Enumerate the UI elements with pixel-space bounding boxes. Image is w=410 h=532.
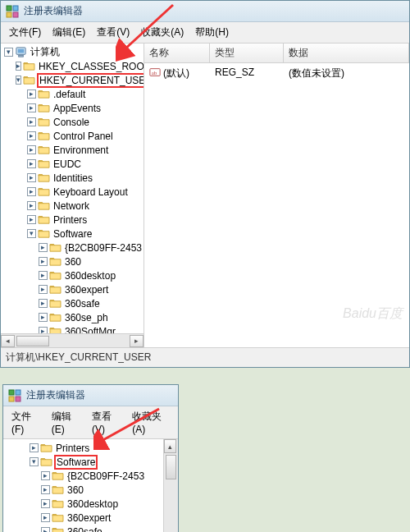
tree-hkcr[interactable]: HKEY_CLASSES_ROOT [37, 61, 144, 72]
tree-item[interactable]: ▸Console [2, 115, 144, 129]
tree-item-label: 360desktop [66, 498, 120, 510]
tree-item-label: 360desktop [63, 270, 117, 282]
tree-item[interactable]: ▸Identities [2, 171, 144, 185]
list-row[interactable]: (默认) REG_SZ (数值未设置) [144, 63, 409, 84]
tree-item[interactable]: ▸{B2CB09FF-2453 [2, 241, 144, 255]
folder-icon [52, 512, 64, 523]
expand-icon[interactable]: ▸ [27, 117, 36, 126]
expand-icon[interactable]: ▸ [41, 499, 50, 508]
expand-icon[interactable]: ▸ [30, 443, 39, 452]
window-title: 注册表编辑器 [24, 4, 83, 18]
app-icon [8, 389, 21, 402]
expand-icon[interactable]: ▸ [39, 313, 48, 322]
expand-icon[interactable]: ▸ [41, 471, 50, 480]
tree-software[interactable]: Software [54, 455, 98, 470]
tree-item[interactable]: ▸360 [2, 255, 144, 268]
tree-printers[interactable]: Printers [54, 443, 91, 454]
expand-icon[interactable]: ▸ [41, 485, 50, 494]
expand-icon[interactable]: ▸ [41, 527, 50, 532]
tree-item[interactable]: ▸360 [5, 483, 163, 497]
tree-hkcu[interactable]: HKEY_CURRENT_USER [37, 73, 144, 88]
expand-icon[interactable]: ▸ [16, 62, 21, 71]
tree-item[interactable]: ▸Keyboard Layout [2, 185, 144, 199]
collapse-icon[interactable]: ▾ [16, 76, 21, 85]
expand-icon[interactable]: ▸ [39, 285, 48, 294]
tree-item[interactable]: ▸Control Panel [2, 129, 144, 143]
expand-icon[interactable]: ▸ [27, 145, 36, 154]
expand-icon[interactable]: ▸ [27, 103, 36, 112]
titlebar[interactable]: 注册表编辑器 [3, 385, 178, 406]
tree-item[interactable]: ▸360expert [2, 282, 144, 296]
tree-item-label: Console [52, 117, 91, 128]
menu-view[interactable]: 查看(V) [92, 24, 134, 41]
tree-item-label: 360se_ph [63, 312, 110, 323]
tree-item[interactable]: ▾Software [2, 227, 144, 241]
menu-favorites[interactable]: 收藏夹(A) [127, 408, 175, 437]
menu-favorites[interactable]: 收藏夹(A) [136, 24, 189, 41]
folder-icon [49, 312, 61, 323]
tree-pane[interactable]: ▾ 计算机 ▸ HKEY_CLASSES_ROOT ▾ HKEY_CURRENT… [1, 44, 144, 347]
expand-icon[interactable]: ▸ [27, 89, 36, 99]
tree-item[interactable]: ▸360expert [5, 511, 163, 525]
tree-item[interactable]: ▸EUDC [2, 157, 144, 171]
value-type: REG_SZ [210, 65, 284, 82]
values-pane: 名称 类型 数据 (默认) REG_SZ (数值未设置) Baidu百度 [144, 44, 409, 347]
tree-item-label: Keyboard Layout [52, 186, 130, 198]
folder-icon [52, 484, 64, 495]
tree-scroll-vertical[interactable]: ▴ ▾ [164, 439, 178, 532]
expand-icon[interactable]: ▸ [27, 187, 36, 196]
scroll-left-icon[interactable]: ◂ [1, 335, 15, 347]
scroll-up-icon[interactable]: ▴ [164, 439, 176, 453]
expand-icon[interactable]: ▸ [27, 201, 36, 210]
tree-item[interactable]: ▸.default [2, 87, 144, 101]
value-name: (默认) [144, 65, 210, 82]
folder-icon [23, 61, 35, 71]
tree-scroll-horizontal[interactable]: ◂ ▸ [1, 333, 144, 347]
tree-root[interactable]: 计算机 [29, 45, 61, 59]
tree-item[interactable]: ▸Printers [2, 213, 144, 227]
tree-item[interactable]: ▸360se_ph [2, 310, 144, 324]
folder-icon [38, 131, 50, 141]
expand-icon[interactable]: ▸ [39, 299, 48, 308]
menu-view[interactable]: 查看(V) [87, 408, 125, 437]
tree-item-label: EUDC [52, 158, 83, 170]
scroll-thumb[interactable] [166, 455, 176, 479]
expand-icon[interactable]: ▸ [27, 159, 36, 168]
menu-file[interactable]: 文件(F) [4, 24, 46, 41]
tree-item[interactable]: ▸Environment [2, 143, 144, 157]
collapse-icon[interactable]: ▾ [30, 457, 39, 466]
col-data[interactable]: 数据 [284, 44, 409, 62]
titlebar[interactable]: 注册表编辑器 [1, 1, 409, 22]
regedit-window-1: 注册表编辑器 文件(F) 编辑(E) 查看(V) 收藏夹(A) 帮助(H) ▾ … [0, 0, 410, 368]
expand-icon[interactable]: ▸ [39, 271, 48, 280]
scroll-thumb[interactable] [16, 336, 49, 346]
expand-icon[interactable]: ▸ [39, 257, 48, 266]
menu-file[interactable]: 文件(F) [7, 408, 45, 437]
tree-item[interactable]: ▸360desktop [5, 497, 163, 511]
expand-icon[interactable]: ▸ [39, 243, 48, 252]
menu-edit[interactable]: 编辑(E) [47, 408, 85, 437]
tree-item[interactable]: ▸360desktop [2, 268, 144, 282]
folder-icon [38, 214, 50, 225]
computer-icon [15, 46, 27, 58]
tree-item[interactable]: ▸Network [2, 199, 144, 213]
collapse-icon[interactable]: ▾ [27, 229, 36, 238]
expand-icon[interactable]: ▸ [41, 513, 50, 522]
tree-item-label: 360safe [66, 526, 104, 533]
menu-edit[interactable]: 编辑(E) [48, 24, 90, 41]
tree-item[interactable]: ▸360safe [2, 296, 144, 310]
tree-pane[interactable]: ▸ Printers ▾ Software ▸{B2CB09FF-2453▸36… [3, 439, 164, 532]
tree-item[interactable]: ▸360safe [5, 525, 163, 532]
menubar: 文件(F) 编辑(E) 查看(V) 收藏夹(A) 帮助(H) [1, 22, 409, 44]
scroll-right-icon[interactable]: ▸ [130, 335, 144, 347]
menu-help[interactable]: 帮助(H) [190, 24, 234, 41]
collapse-icon[interactable]: ▾ [4, 48, 13, 57]
col-name[interactable]: 名称 [144, 44, 210, 62]
col-type[interactable]: 类型 [210, 44, 284, 62]
expand-icon[interactable]: ▸ [27, 131, 36, 140]
menubar: 文件(F) 编辑(E) 查看(V) 收藏夹(A) [3, 406, 178, 439]
expand-icon[interactable]: ▸ [27, 215, 36, 224]
tree-item[interactable]: ▸AppEvents [2, 101, 144, 115]
tree-item[interactable]: ▸{B2CB09FF-2453 [5, 469, 163, 483]
expand-icon[interactable]: ▸ [27, 173, 36, 182]
